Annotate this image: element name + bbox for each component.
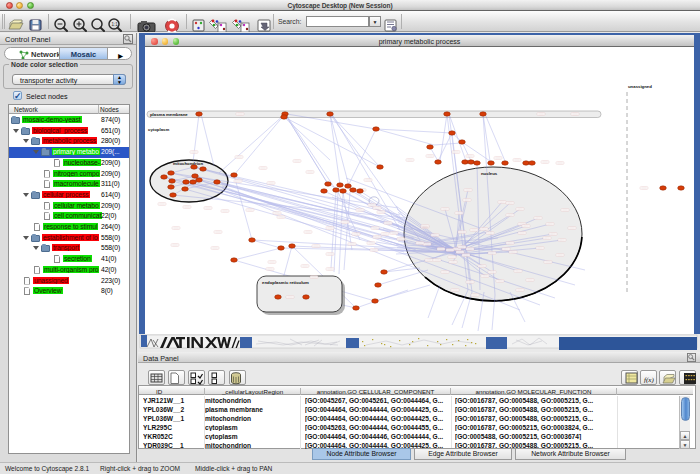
svg-text:1:1: 1:1 — [111, 22, 118, 27]
svg-text:nucleus: nucleus — [481, 171, 498, 176]
svg-text:mitochondrion: mitochondrion — [173, 161, 203, 166]
svg-text:plasma membrane: plasma membrane — [150, 112, 188, 117]
svg-text:cytoplasm: cytoplasm — [148, 127, 169, 132]
svg-text:endoplasmic reticulum: endoplasmic reticulum — [262, 280, 309, 285]
svg-text:unassigned: unassigned — [628, 84, 652, 89]
svg-text:f(x): f(x) — [644, 376, 654, 384]
